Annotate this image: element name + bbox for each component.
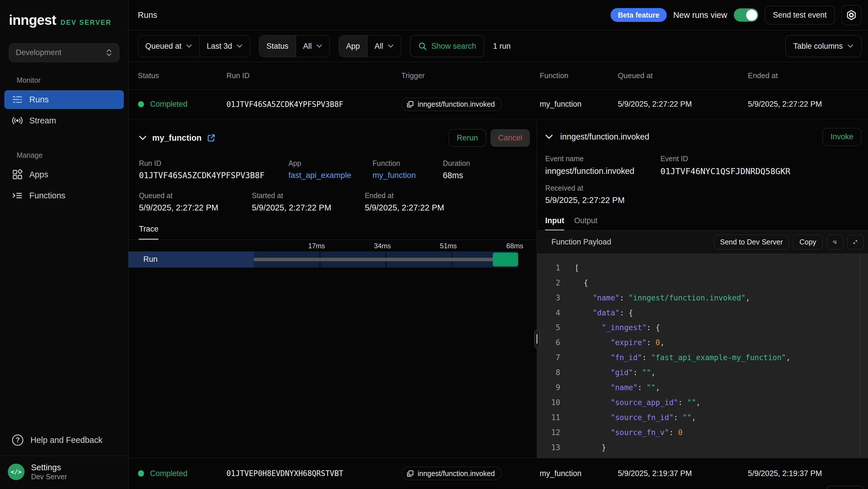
time-range-value: Last 3d (207, 42, 232, 51)
send-test-event-button[interactable]: Send test event (765, 6, 835, 25)
stream-icon (12, 115, 23, 126)
app-link[interactable]: fast_api_example (288, 171, 372, 180)
environment-select[interactable]: Development (9, 44, 119, 62)
table-columns-label: Table columns (794, 42, 843, 51)
invoke-button[interactable]: Invoke (823, 128, 861, 146)
trigger-pill[interactable]: inngest/function.invoked (401, 467, 502, 480)
code-line: 3 "name": "inngest/function.invoked", (547, 291, 868, 306)
trigger-pill[interactable]: inngest/function.invoked (401, 98, 502, 111)
updown-chevron-icon (106, 48, 112, 57)
code-line: 4 "data": { (547, 306, 868, 321)
environment-select-value: Development (16, 48, 62, 57)
code-line: 5 "_inngest": { (547, 320, 868, 335)
status-filter-dropdown[interactable]: All (296, 35, 330, 57)
tab-input[interactable]: Input (545, 216, 564, 230)
event-id-value: 01JTVF46NYC1QSFJDNRDQ58GKR (660, 166, 868, 176)
function-label: Function (373, 159, 443, 168)
trace-run-row[interactable]: Run (128, 252, 537, 267)
table-row[interactable]: Completed 01JTVF46SA5ZCDK4YPFSPV3B8F inn… (128, 90, 868, 119)
help-and-feedback[interactable]: ? Help and Feedback (0, 426, 128, 456)
event-name-label: Event name (545, 154, 660, 163)
received-at-value: 5/9/2025, 2:27:22 PM (545, 196, 868, 205)
run-queued-at: 5/9/2025, 2:27:22 PM (618, 100, 748, 109)
time-field-value: Queued at (146, 42, 182, 51)
functions-icon (12, 190, 23, 201)
sidebar-item-functions[interactable]: Functions (4, 186, 124, 205)
received-at-label: Received at (545, 184, 868, 192)
hex-settings-icon (846, 9, 857, 21)
collapse-run-chevron-icon[interactable] (139, 136, 147, 140)
trace-row-label: Run (128, 252, 254, 267)
run-function: my_function (540, 100, 618, 109)
sidebar-item-stream[interactable]: Stream (4, 111, 124, 130)
function-link[interactable]: my_function (373, 171, 443, 180)
send-to-dev-server-button[interactable]: Send to Dev Server (714, 234, 789, 250)
code-line: 2 { (547, 276, 868, 291)
status-filter-label: Status (259, 35, 296, 57)
nav-section-manage: Manage (17, 151, 128, 160)
app-filter-value: All (374, 42, 383, 51)
copy-button[interactable]: Copy (793, 234, 823, 250)
app-filter-dropdown[interactable]: All (367, 35, 401, 57)
show-search-label: Show search (431, 42, 476, 51)
app-label: App (288, 159, 372, 168)
code-line: 10 "source_app_id": "", (547, 395, 868, 410)
started-at-label: Started at (252, 192, 365, 200)
queued-at-value: 5/9/2025, 2:27:22 PM (139, 203, 252, 212)
show-search-button[interactable]: Show search (410, 35, 484, 57)
new-runs-view-toggle[interactable] (734, 8, 758, 22)
tab-trace[interactable]: Trace (139, 225, 158, 239)
help-icon: ? (12, 434, 23, 445)
rerun-button[interactable]: Rerun (449, 129, 486, 147)
payload-code[interactable]: 1[2 {3 "name": "inngest/function.invoked… (537, 254, 868, 458)
sidebar-item-apps-label: Apps (29, 170, 49, 179)
payload-title: Function Payload (543, 237, 611, 247)
table-columns-button[interactable]: Table columns (785, 35, 861, 57)
duration-value: 68ms (443, 171, 537, 180)
tick-label: 51ms (440, 242, 457, 250)
word-wrap-button[interactable] (827, 234, 843, 250)
toggle-knob (746, 9, 757, 21)
run-detail-panel: my_function Rerun Cancel Run ID 01JTVF46… (128, 119, 537, 458)
dev-server-settings-button[interactable] (841, 5, 861, 25)
column-header-status: Status (138, 71, 227, 80)
beta-feature-badge: Beta feature (611, 8, 666, 22)
time-field-dropdown[interactable]: Queued at (138, 35, 199, 57)
sidebar-item-runs[interactable]: Runs (4, 90, 124, 109)
logo-dev-server-label: DEV SERVER (60, 19, 112, 27)
started-at-value: 5/9/2025, 2:27:22 PM (252, 203, 365, 212)
event-panel-title: inngest/function.invoked (560, 132, 649, 142)
code-line: 7 "fn_id": "fast_api_example-my_function… (547, 350, 868, 365)
settings-entry[interactable]: </> Settings Dev Server (0, 456, 128, 489)
column-header-queued-at: Queued at (618, 71, 748, 80)
time-range-dropdown[interactable]: Last 3d (199, 35, 250, 57)
partially-visible-button[interactable] (827, 486, 864, 489)
run-detail-title: my_function (152, 133, 202, 143)
trace-queue-bar (254, 258, 492, 261)
run-queued-at: 5/9/2025, 2:19:37 PM (618, 469, 748, 478)
run-id: 01JTVEP0H8EVDNYXH68QRSTVBT (226, 469, 401, 478)
code-line: 14 }, (547, 455, 868, 458)
expand-icon (853, 238, 857, 246)
run-id: 01JTVF46SA5ZCDK4YPFSPV3B8F (226, 100, 401, 109)
tab-output[interactable]: Output (574, 216, 597, 230)
sidebar-item-apps[interactable]: Apps (4, 165, 124, 184)
table-row[interactable]: Completed 01JTVEP0H8EVDNYXH68QRSTVBT inn… (128, 458, 868, 489)
panel-resize-handle[interactable] (534, 330, 540, 348)
run-detail-split: my_function Rerun Cancel Run ID 01JTVF46… (128, 119, 868, 458)
logo-wordmark: inngest (9, 12, 56, 28)
run-ended-at: 5/9/2025, 2:19:37 PM (748, 469, 861, 478)
tick-label: 17ms (308, 242, 325, 250)
trace-execution-bar (493, 253, 518, 266)
settings-title: Settings (31, 463, 67, 472)
run-count: 1 run (493, 42, 510, 51)
collapse-event-chevron-icon[interactable] (545, 134, 553, 139)
duration-label: Duration (443, 159, 537, 168)
trace-timeline (254, 252, 518, 267)
cancel-button[interactable]: Cancel (491, 129, 530, 147)
code-scrollbar-track (860, 254, 860, 458)
code-line: 1[ (547, 261, 868, 276)
external-link-icon[interactable] (207, 134, 215, 142)
expand-payload-button[interactable] (847, 234, 864, 250)
runs-table-header: Status Run ID Trigger Function Queued at… (128, 62, 868, 90)
